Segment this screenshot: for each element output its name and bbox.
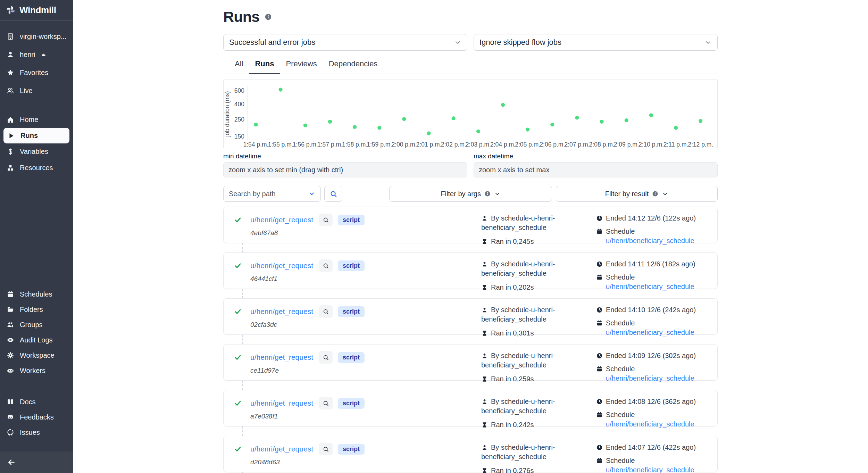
skipped-flow-select[interactable]: Ignore skipped flow jobs bbox=[474, 34, 718, 51]
job-status-select[interactable]: Successful and error jobs bbox=[223, 34, 467, 51]
run-details-search-button[interactable] bbox=[319, 443, 333, 455]
success-check-icon bbox=[234, 354, 242, 361]
y-axis-label: job duration (ms) bbox=[224, 91, 231, 137]
app-logo[interactable]: Windmill bbox=[0, 0, 73, 20]
data-point bbox=[328, 120, 332, 124]
search-by-path-select[interactable]: Search by path bbox=[223, 186, 321, 202]
sidebar-item-favorites[interactable]: Favorites bbox=[0, 64, 73, 82]
run-details-search-button[interactable] bbox=[319, 351, 333, 364]
job-kind-badge: script bbox=[338, 306, 365, 317]
run-card[interactable]: u/henri/get_requestscript46441cf1By sche… bbox=[223, 252, 718, 289]
min-datetime-input[interactable] bbox=[223, 162, 467, 177]
run-trigger-schedule-name: beneficiary_schedule bbox=[481, 360, 589, 370]
schedule-link[interactable]: u/henri/beneficiary_schedule bbox=[606, 329, 694, 336]
schedule-link[interactable]: u/henri/beneficiary_schedule bbox=[606, 237, 694, 244]
run-details-search-button[interactable] bbox=[319, 214, 333, 226]
run-ended-at: Ended 14:10 12/6 (242s ago) bbox=[596, 305, 716, 315]
filter-by-args-button[interactable]: Filter by args bbox=[389, 186, 552, 202]
run-ended-at: Ended 14:09 12/6 (302s ago) bbox=[596, 351, 716, 360]
info-icon bbox=[652, 191, 658, 197]
run-path-link[interactable]: u/henri/get_request bbox=[250, 399, 313, 407]
hourglass-icon bbox=[481, 422, 488, 428]
run-duration: Ran in 0,245s bbox=[481, 237, 589, 246]
filter-args-label: Filter by args bbox=[441, 190, 481, 198]
run-card[interactable]: u/henri/get_requestscript02cfa3dcBy sche… bbox=[223, 298, 718, 335]
sidebar-item-feedbacks[interactable]: Feedbacks bbox=[0, 409, 73, 425]
sidebar-item-virgin-worksp[interactable]: virgin-worksp... bbox=[0, 27, 73, 45]
tools-nav: SchedulesFoldersGroupsAudit LogsWorkspac… bbox=[0, 287, 73, 378]
sidebar-item-groups[interactable]: Groups bbox=[0, 317, 73, 332]
schedule-link[interactable]: u/henri/beneficiary_schedule bbox=[606, 466, 694, 473]
chevron-down-icon bbox=[704, 39, 712, 46]
max-datetime-input[interactable] bbox=[474, 162, 718, 177]
tab-dependencies[interactable]: Dependencies bbox=[323, 59, 384, 74]
hourglass-icon bbox=[481, 376, 488, 382]
meta-nav: DocsFeedbacksIssues bbox=[0, 394, 73, 440]
search-icon bbox=[323, 308, 329, 315]
x-tick-label: 2:06 p.m. bbox=[540, 141, 565, 148]
run-card[interactable]: u/henri/get_requestscriptd2048d63By sche… bbox=[223, 436, 718, 472]
job-duration-chart[interactable]: 600400250150job duration (ms)1:54 p.m.1:… bbox=[223, 80, 718, 148]
sidebar-item-workspace[interactable]: Workspace bbox=[0, 348, 73, 363]
run-path-link[interactable]: u/henri/get_request bbox=[250, 445, 313, 453]
data-point bbox=[427, 131, 431, 135]
run-path-link[interactable]: u/henri/get_request bbox=[250, 262, 313, 270]
schedule-link[interactable]: u/henri/beneficiary_schedule bbox=[606, 420, 694, 428]
sidebar-item-runs[interactable]: Runs bbox=[3, 128, 69, 143]
success-check-icon bbox=[234, 216, 242, 224]
success-check-icon bbox=[234, 262, 242, 269]
sidebar-item-resources[interactable]: Resources bbox=[0, 160, 73, 176]
run-timing-info: Ended 14:08 12/6 (362s ago)Schedule u/he… bbox=[596, 397, 716, 429]
y-tick-label: 400 bbox=[234, 101, 244, 108]
run-schedule: Schedule u/henri/beneficiary_schedule bbox=[596, 273, 716, 291]
sidebar-item-label: Resources bbox=[20, 164, 53, 172]
runs-info-icon[interactable] bbox=[265, 13, 272, 20]
tab-all[interactable]: All bbox=[229, 59, 249, 74]
sidebar-item-issues[interactable]: Issues bbox=[0, 425, 73, 440]
sidebar-item-audit-logs[interactable]: Audit Logs bbox=[0, 332, 73, 348]
sidebar-item-folders[interactable]: Folders bbox=[0, 302, 73, 317]
tab-runs[interactable]: Runs bbox=[249, 59, 280, 74]
run-duration: Ran in 0,242s bbox=[481, 420, 589, 430]
sidebar-item-henri[interactable]: henri bbox=[0, 45, 73, 64]
sidebar-item-home[interactable]: Home bbox=[0, 111, 73, 128]
run-card[interactable]: u/henri/get_requestscripta7e038f1By sche… bbox=[223, 390, 718, 426]
run-path-link[interactable]: u/henri/get_request bbox=[250, 307, 313, 316]
run-details-search-button[interactable] bbox=[319, 259, 333, 272]
run-card[interactable]: u/henri/get_requestscript4ebf67a8By sche… bbox=[223, 207, 718, 243]
tab-previews[interactable]: Previews bbox=[280, 59, 323, 74]
search-button[interactable] bbox=[324, 186, 342, 202]
x-tick-label: 1:58 p.m. bbox=[342, 141, 367, 148]
schedule-link[interactable]: u/henri/beneficiary_schedule bbox=[606, 374, 694, 382]
eye-icon bbox=[6, 336, 15, 344]
sidebar-item-docs[interactable]: Docs bbox=[0, 394, 73, 409]
windmill-logo-icon bbox=[6, 5, 16, 15]
run-details-search-button[interactable] bbox=[319, 397, 333, 409]
run-path-link[interactable]: u/henri/get_request bbox=[250, 353, 313, 362]
sidebar-item-label: Variables bbox=[20, 148, 48, 156]
gear-icon bbox=[6, 351, 15, 359]
sidebar-item-label: Home bbox=[20, 116, 38, 124]
x-tick-label: 2:11 p.m. bbox=[663, 141, 688, 148]
data-point bbox=[526, 127, 529, 131]
scatter-plot-canvas[interactable]: 600400250150job duration (ms)1:54 p.m.1:… bbox=[224, 80, 717, 148]
run-path-link[interactable]: u/henri/get_request bbox=[250, 216, 313, 224]
x-tick-label: 1:54 p.m. bbox=[243, 141, 269, 148]
sidebar-item-schedules[interactable]: Schedules bbox=[0, 287, 73, 302]
calendar-solid-icon bbox=[596, 228, 603, 235]
filter-by-result-button[interactable]: Filter by result bbox=[556, 186, 718, 202]
run-card[interactable]: u/henri/get_requestscriptce11d97eBy sche… bbox=[223, 344, 718, 381]
sidebar-item-variables[interactable]: Variables bbox=[0, 143, 73, 160]
run-details-search-button[interactable] bbox=[319, 305, 333, 318]
x-tick-label: 1:55 p.m. bbox=[268, 141, 293, 148]
clock-icon bbox=[596, 261, 603, 267]
collapse-sidebar-button[interactable] bbox=[0, 451, 73, 473]
sidebar-item-workers[interactable]: Workers bbox=[0, 363, 73, 378]
run-ended-at: Ended 14:08 12/6 (362s ago) bbox=[596, 397, 716, 406]
sidebar-item-live[interactable]: Live bbox=[0, 82, 73, 100]
min-datetime-label: min datetime bbox=[223, 152, 467, 160]
runs-list: u/henri/get_requestscript4ebf67a8By sche… bbox=[223, 207, 718, 473]
schedule-link[interactable]: u/henri/beneficiary_schedule bbox=[606, 283, 694, 290]
sidebar-item-label: Folders bbox=[20, 306, 43, 314]
data-point bbox=[254, 123, 258, 126]
